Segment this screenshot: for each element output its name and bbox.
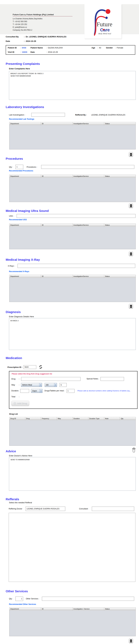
section-title-procedures: Procedures [6, 157, 139, 160]
visit-date-label: Date [30, 51, 46, 53]
uss-table-body[interactable] [10, 227, 136, 249]
xray-input-label: X-Rays : [8, 265, 17, 267]
refferal-list-box[interactable] [9, 513, 136, 582]
diagnosis-label: Enter Diagnosis Details Here [9, 316, 139, 318]
frequency-qty-input[interactable] [60, 383, 67, 387]
column-header: Qty [120, 417, 136, 420]
company-phone1: T: +24 82 593 593 [13, 20, 72, 23]
diagnosis-textarea[interactable]: BI-RADS 3 [9, 318, 136, 350]
company-name: Future Care [13, 14, 24, 16]
recommended-uss-link[interactable]: Recommended USS [9, 218, 139, 221]
lab-table-body[interactable] [10, 125, 136, 149]
other-services-table-body[interactable] [10, 610, 136, 636]
recommended-other-services-link[interactable]: Recommended Other Services [9, 603, 139, 606]
refferals-subtitle: Select the needed Refferal [9, 502, 139, 504]
recommended-procedures-link[interactable]: Recommended Procedures [9, 170, 139, 172]
plus-circle-icon [14, 402, 16, 405]
age-label: Age [92, 46, 98, 49]
top-gap [0, 0, 139, 4]
reffering-doctor-input[interactable] [26, 506, 65, 511]
way-row: Way: Before Meal▼ OD▼ [11, 383, 137, 387]
company-by: by [24, 14, 26, 16]
consult-date-row: Date: 2024-10-29 [6, 40, 139, 42]
column-header: Department [10, 224, 41, 227]
prescription-row: Prescription ID : [8, 365, 139, 370]
xray-input[interactable] [18, 264, 135, 268]
column-header: Status [104, 275, 136, 278]
other-services-table: Department ID Investigation / Service St… [9, 608, 136, 636]
patient-info-box: Patient ID:8458Patient Name:OLENA AVILOV… [6, 45, 135, 55]
consulted-by-label: Consulted By [6, 36, 24, 38]
clear-procedures-list-button[interactable] [129, 203, 133, 208]
other-qty-input[interactable] [16, 596, 23, 601]
other-services-input-row: Qty : Other Services : [9, 596, 139, 601]
uss-input-label: USS : [9, 215, 16, 217]
duration-row: Duration: Day/s▼ Drugs/Tablets per meal … [11, 389, 137, 393]
patient-id-label: Patient ID [8, 46, 20, 49]
clear-drug-list-button[interactable] [132, 447, 136, 453]
patient-name-value: OLENA AVILOVA [48, 46, 92, 49]
uss-input[interactable] [16, 214, 136, 218]
patient-name-label: Patient Name [30, 46, 46, 49]
column-header: Department [10, 608, 41, 610]
trash-icon [132, 448, 136, 452]
prescription-id-input[interactable] [24, 365, 36, 369]
complaints-label: Enter Complaints Here [9, 68, 139, 70]
advice-header-row: Advice [0, 446, 139, 453]
refferal-input-row: Reffering Doctor Consultant [9, 506, 139, 511]
chevron-down-icon: ▼ [40, 389, 42, 393]
uss-table-header: Department ID Investigation/Service Stat… [10, 224, 136, 227]
column-header: ID [41, 608, 72, 610]
per-meal-input[interactable] [66, 389, 74, 393]
column-header: ID [41, 275, 72, 278]
meal-select[interactable]: Before Meal▼ [21, 383, 42, 387]
age-value: 43 [99, 46, 106, 49]
consultant-input[interactable] [92, 506, 134, 511]
column-header: Investigation / Service [73, 608, 104, 610]
visit-date-value: 2024-10-29 [48, 51, 58, 53]
drug-suggestion-warning: Please select the Drug from Drug suggess… [12, 373, 137, 375]
other-services-input[interactable] [42, 597, 134, 601]
company-email: E: jude@future.sc [13, 26, 72, 29]
per-meal-label: Drugs/Tablets per meal : [44, 390, 65, 392]
procedures-table-header: Department ID Investigation/Service Stat… [10, 175, 136, 178]
recommended-lab-testings-link[interactable]: Recommended Lab Testings [9, 118, 139, 120]
duration-unit-select[interactable]: Day/s▼ [31, 389, 42, 393]
gender-label: Gender [106, 46, 115, 49]
lab-investigation-input[interactable] [31, 113, 65, 117]
procedures-qty-input[interactable] [16, 165, 23, 169]
special-notes-input[interactable] [100, 377, 124, 381]
uss-input-row: USS : [9, 214, 139, 218]
xray-table-header: Department ID Investigation/Service Stat… [10, 275, 136, 278]
procedures-table-body[interactable] [10, 178, 136, 202]
section-title-laboratory: Laboratory Investigations [6, 105, 139, 109]
frequency-select[interactable]: OD▼ [45, 383, 57, 387]
reffered-by-label: Reffered By : [75, 114, 87, 116]
column-header: Investigation/Service [73, 122, 104, 125]
way-label: Way [11, 384, 19, 386]
clear-other-services-list-button[interactable] [129, 638, 133, 643]
refresh-prescription-button[interactable] [38, 365, 43, 370]
column-header: ID [41, 224, 72, 227]
consult-date-label: Date [6, 40, 24, 42]
column-header: Status [104, 122, 136, 125]
complaints-textarea[interactable]: BREAST USS REPORT TODAY: BI- RADS 3 SEND… [9, 71, 136, 100]
xray-table-body[interactable] [10, 278, 136, 302]
column-header: Investigation/Service [73, 175, 104, 178]
advice-textarea[interactable]: SEND TO MAMMOGRAM [9, 457, 136, 491]
procedures-input[interactable] [41, 165, 134, 169]
drug-list-table-body[interactable] [10, 420, 136, 446]
clear-xray-list-button[interactable] [129, 304, 133, 309]
duration-input[interactable] [20, 389, 29, 393]
column-header: Duration Type [88, 417, 104, 420]
duration-label: Duration [11, 390, 18, 392]
clear-uss-list-button[interactable] [129, 252, 133, 256]
clear-lab-list-button[interactable] [129, 152, 133, 157]
drug-input[interactable] [21, 377, 80, 381]
add-drug-button[interactable]: Add Drug [11, 401, 29, 406]
special-notes-label: Special Notes [86, 378, 98, 380]
recommended-xray-link[interactable]: Recommended X-Rays [9, 270, 139, 273]
column-header: Department [10, 275, 41, 278]
svg-text:Future: Future [96, 21, 112, 28]
consultant-label: Consultant [79, 508, 88, 510]
